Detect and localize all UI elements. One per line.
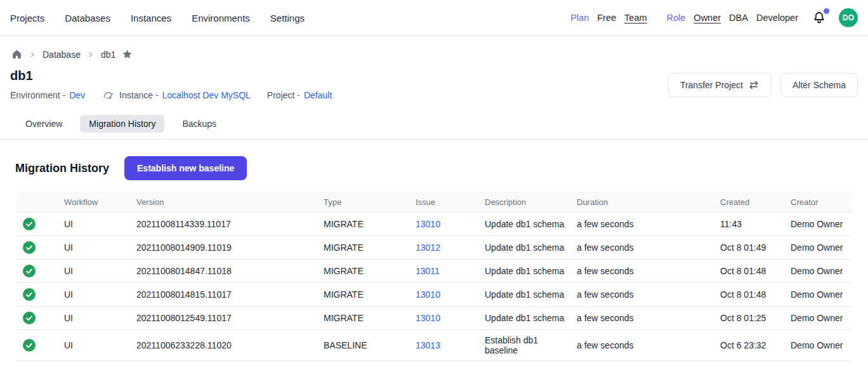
cell-created: Oct 8 01:48 (718, 260, 788, 283)
cell-description: Update db1 schema (482, 283, 574, 307)
cell-description: Update db1 schema (482, 236, 574, 260)
alter-schema-label: Alter Schema (792, 80, 846, 90)
table-row: UI 20211008014909.11019 MIGRATE 13012 Up… (16, 236, 852, 260)
establish-baseline-button[interactable]: Establish new baseline (124, 156, 247, 180)
cell-version: 20211006233228.11020 (134, 330, 321, 361)
nav-right-cluster: Plan Free Team Role Owner DBA Developer … (570, 8, 858, 27)
role-owner-option[interactable]: Owner (694, 13, 721, 23)
page-content: Database db1 db1 Environment - Dev (0, 49, 868, 361)
instance-link[interactable]: Localhost Dev MySQL (162, 90, 251, 100)
nav-item-instances[interactable]: Instances (131, 13, 171, 23)
cell-creator: Demo Owner (788, 236, 852, 260)
environment-label: Environment - (10, 90, 65, 100)
cell-duration: a few seconds (574, 307, 718, 330)
issue-link[interactable]: 13010 (413, 283, 482, 307)
cell-version: 20211008114339.11017 (134, 213, 321, 236)
project-label: Project - (267, 90, 300, 100)
home-icon[interactable] (11, 49, 22, 60)
cell-workflow: UI (62, 236, 134, 260)
tab-migration-history[interactable]: Migration History (80, 115, 164, 133)
role-developer-option[interactable]: Developer (756, 13, 798, 23)
cell-creator: Demo Owner (788, 260, 852, 283)
cell-description: Update db1 schema (482, 307, 574, 330)
cell-type: MIGRATE (321, 236, 413, 260)
plan-team-link[interactable]: Team (624, 13, 647, 23)
issue-link[interactable]: 13013 (413, 330, 482, 361)
breadcrumb-database[interactable]: Database (43, 50, 81, 60)
cell-created: Oct 6 23:32 (718, 330, 788, 361)
environment-link[interactable]: Dev (69, 90, 85, 100)
column-header: Type (321, 192, 413, 213)
page-actions: Transfer Project Alter Schema (668, 73, 858, 97)
nav-item-environments[interactable]: Environments (192, 13, 250, 23)
nav-item-databases[interactable]: Databases (65, 13, 110, 23)
alter-schema-button[interactable]: Alter Schema (780, 73, 858, 97)
notification-dot (824, 8, 829, 14)
success-check-icon (23, 312, 36, 324)
column-header (16, 192, 62, 213)
success-check-icon (23, 218, 36, 230)
database-meta-row: Environment - Dev Instance - Localhost D… (10, 89, 332, 101)
top-navigation: Projects Databases Instances Environment… (0, 0, 868, 36)
column-header: Created (718, 192, 788, 213)
cell-type: BASELINE (321, 330, 413, 361)
cell-duration: a few seconds (574, 260, 718, 283)
transfer-project-label: Transfer Project (680, 80, 743, 90)
cell-duration: a few seconds (574, 283, 718, 307)
role-label: Role (667, 13, 686, 23)
tab-overview[interactable]: Overview (16, 115, 71, 133)
transfer-project-button[interactable]: Transfer Project (668, 73, 772, 97)
nav-item-projects[interactable]: Projects (10, 13, 44, 23)
swap-arrows-icon (748, 79, 760, 91)
breadcrumb: Database db1 (11, 49, 858, 60)
cell-creator: Demo Owner (788, 283, 852, 307)
cell-description: Update db1 schema (482, 260, 574, 283)
table-row: UI 20211008014847.11018 MIGRATE 13011 Up… (16, 260, 852, 283)
mysql-dolphin-icon (103, 89, 114, 101)
issue-link[interactable]: 13010 (413, 307, 482, 330)
cell-workflow: UI (62, 260, 134, 283)
nav-item-settings[interactable]: Settings (270, 13, 305, 23)
cell-workflow: UI (62, 330, 134, 361)
cell-description: Establish db1 baseline (482, 330, 574, 361)
tab-backups[interactable]: Backups (173, 115, 225, 133)
column-header: Issue (413, 192, 482, 213)
cell-creator: Demo Owner (788, 330, 852, 361)
role-dba-option[interactable]: DBA (729, 13, 748, 23)
chevron-right-icon (87, 51, 95, 58)
cell-creator: Demo Owner (788, 307, 852, 330)
page-title-block: db1 Environment - Dev Instance - Localho… (10, 69, 332, 101)
cell-type: MIGRATE (321, 307, 413, 330)
chevron-right-icon (29, 51, 36, 58)
cell-version: 20211008014847.11018 (134, 260, 321, 283)
success-check-icon (23, 241, 36, 254)
notification-bell-icon[interactable] (812, 10, 827, 25)
cell-workflow: UI (62, 213, 134, 236)
success-check-icon (23, 265, 36, 277)
cell-duration: a few seconds (574, 236, 718, 260)
cell-workflow: UI (62, 283, 134, 307)
cell-version: 20211008014909.11019 (134, 236, 321, 260)
issue-link[interactable]: 13010 (413, 213, 482, 236)
cell-type: MIGRATE (321, 260, 413, 283)
issue-link[interactable]: 13012 (413, 236, 482, 260)
migration-history-header: Migration History Establish new baseline (15, 156, 858, 180)
issue-link[interactable]: 13011 (413, 260, 482, 283)
plan-label: Plan (570, 13, 589, 23)
project-link[interactable]: Default (304, 90, 332, 100)
page-header: db1 Environment - Dev Instance - Localho… (10, 69, 858, 101)
section-title: Migration History (15, 162, 109, 175)
plan-value: Free (597, 13, 616, 23)
cell-duration: a few seconds (574, 330, 718, 361)
cell-type: MIGRATE (321, 283, 413, 307)
page-title: db1 (10, 69, 332, 83)
cell-created: Oct 8 01:48 (718, 283, 788, 307)
table-row: UI 20211008012549.11017 MIGRATE 13010 Up… (16, 307, 852, 330)
favorite-star-icon[interactable] (122, 49, 133, 60)
cell-type: MIGRATE (321, 213, 413, 236)
success-check-icon (23, 288, 36, 301)
avatar[interactable]: DO (839, 8, 858, 27)
column-header: Duration (574, 192, 718, 213)
cell-creator: Demo Owner (788, 213, 852, 236)
cell-version: 20211008014815.11017 (134, 283, 321, 307)
